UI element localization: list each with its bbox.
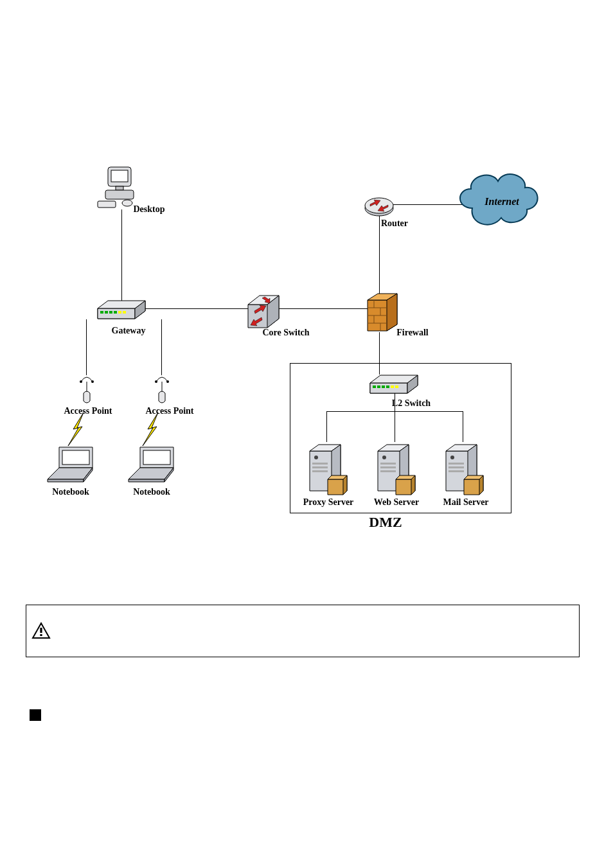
access-point-icon (152, 375, 172, 406)
mail-server-icon (442, 442, 484, 496)
svg-rect-2 (116, 186, 123, 190)
core-switch-icon (245, 293, 284, 330)
svg-rect-40 (380, 463, 396, 465)
router-label: Router (381, 218, 408, 229)
link-line (161, 319, 162, 375)
black-square-bullet (30, 709, 41, 721)
svg-rect-38 (312, 470, 328, 472)
router-icon (364, 193, 395, 217)
link-line (86, 319, 87, 375)
wireless-lightning-icon (139, 411, 164, 450)
firewall-label: Firewall (396, 328, 429, 338)
svg-point-5 (122, 200, 132, 206)
svg-rect-3 (105, 190, 134, 199)
dmz-label: DMZ (369, 514, 402, 531)
svg-rect-45 (449, 466, 464, 468)
l2-switch-icon (369, 374, 419, 396)
svg-point-39 (382, 456, 386, 459)
svg-rect-47 (40, 628, 42, 633)
internet-label: Internet (484, 196, 519, 208)
svg-rect-13 (123, 311, 126, 314)
svg-rect-28 (143, 450, 170, 465)
svg-rect-41 (380, 466, 396, 468)
notebook-1-label: Notebook (52, 487, 89, 497)
svg-rect-11 (114, 311, 117, 314)
svg-rect-1 (111, 170, 128, 182)
svg-rect-34 (395, 385, 398, 388)
svg-rect-46 (449, 470, 464, 472)
svg-rect-29 (373, 385, 376, 388)
svg-point-35 (314, 456, 318, 459)
svg-rect-42 (380, 470, 396, 472)
notebook-icon (126, 445, 180, 484)
link-line (121, 209, 122, 308)
desktop-label: Desktop (133, 204, 164, 215)
network-diagram: Desktop Router Internet Gateway Core Swi… (0, 0, 613, 868)
svg-point-22 (80, 380, 82, 383)
proxy-server-label: Proxy Server (303, 497, 354, 508)
svg-rect-36 (312, 463, 328, 465)
svg-point-43 (450, 456, 454, 459)
svg-point-26 (166, 380, 169, 383)
access-point-icon (77, 375, 96, 406)
svg-rect-4 (98, 201, 116, 208)
web-server-icon (374, 442, 416, 496)
wireless-lightning-icon (64, 411, 90, 450)
svg-rect-32 (386, 385, 389, 388)
link-line (379, 215, 380, 296)
firewall-icon (365, 292, 400, 333)
svg-rect-9 (105, 311, 108, 314)
gateway-label: Gateway (112, 326, 146, 336)
notebook-icon (45, 445, 99, 484)
svg-rect-33 (391, 385, 394, 388)
svg-rect-44 (449, 463, 464, 465)
web-server-label: Web Server (374, 497, 419, 508)
svg-rect-8 (100, 311, 103, 314)
svg-rect-48 (40, 634, 42, 636)
svg-rect-10 (109, 311, 112, 314)
caution-box (26, 605, 580, 657)
svg-point-25 (155, 380, 157, 383)
svg-rect-12 (118, 311, 121, 314)
svg-rect-30 (377, 385, 380, 388)
l2-switch-label: L2 Switch (392, 398, 431, 409)
svg-rect-37 (312, 466, 328, 468)
svg-rect-31 (382, 385, 385, 388)
proxy-server-icon (306, 442, 348, 496)
svg-rect-27 (62, 450, 89, 465)
svg-point-23 (91, 380, 94, 383)
mail-server-label: Mail Server (443, 497, 488, 508)
core-switch-label: Core Switch (262, 328, 309, 338)
notebook-2-label: Notebook (133, 487, 170, 497)
gateway-icon (96, 299, 147, 321)
